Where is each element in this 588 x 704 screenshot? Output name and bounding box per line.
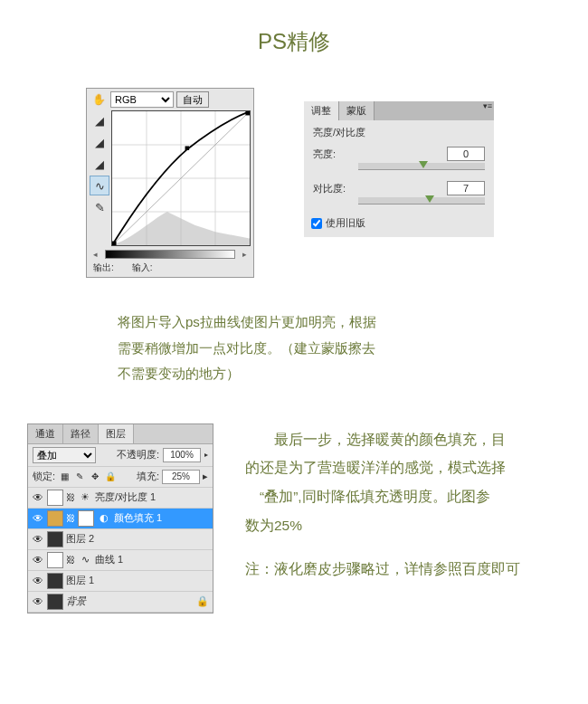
channel-select[interactable]: RGB (110, 91, 174, 108)
paragraph-1: 将图片导入ps拉曲线使图片更加明亮，根据 需要稍微增加一点对比度。（建立蒙版擦去… (0, 278, 398, 423)
pencil-tool-icon[interactable]: ✎ (90, 197, 109, 217)
brightness-slider[interactable] (358, 163, 485, 170)
lock-position-icon[interactable]: ✥ (89, 471, 101, 483)
eye-icon[interactable]: 👁 (32, 491, 44, 504)
hand-icon[interactable]: ✋ (90, 91, 108, 108)
panel-menu-icon[interactable]: ▾≡ (481, 101, 494, 120)
color-fill-thumb[interactable] (47, 510, 63, 527)
curves-panel: ✋ RGB 自动 ◢ ◢ ◢ ∿ ✎ (86, 88, 254, 278)
layer-row[interactable]: 👁 图层 1 (28, 571, 213, 592)
layer-name[interactable]: 亮度/对比度 1 (95, 490, 209, 504)
curves-tools: ◢ ◢ ◢ ∿ ✎ (90, 110, 109, 246)
row-panels-1: ✋ RGB 自动 ◢ ◢ ◢ ∿ ✎ (0, 88, 588, 278)
row-panels-2: 通道 路径 图层 叠加 不透明度: 100% ▸ 锁定: ▦ ✎ ✥ 🔒 填充:… (0, 423, 588, 614)
svg-rect-8 (245, 111, 250, 115)
contrast-label: 对比度: (313, 182, 358, 195)
contrast-slider[interactable] (358, 197, 485, 205)
tab-layers[interactable]: 图层 (99, 424, 134, 443)
eye-icon[interactable]: 👁 (32, 595, 44, 608)
brightness-value[interactable]: 0 (447, 147, 485, 161)
curves-adj-icon: ∿ (78, 553, 92, 567)
adjustment-icon: ◐ (97, 511, 111, 526)
brightness-adj-icon: ☀ (78, 490, 92, 505)
chevron-down-icon[interactable]: ▸ (203, 471, 208, 482)
layer-thumb[interactable] (47, 573, 63, 589)
layer-thumb[interactable] (47, 531, 63, 547)
eye-icon[interactable]: 👁 (32, 575, 44, 587)
lock-label: 锁定: (33, 470, 55, 483)
curves-graph[interactable] (111, 110, 251, 246)
page-title: PS精修 (0, 0, 588, 88)
auto-button[interactable]: 自动 (176, 91, 209, 108)
opacity-value[interactable]: 100% (163, 448, 201, 462)
mask-thumb[interactable] (47, 552, 63, 568)
eye-icon[interactable]: 👁 (32, 533, 44, 546)
tab-masks[interactable]: 蒙版 (339, 101, 375, 120)
output-label: 输出: (93, 262, 114, 274)
curve-tool-icon[interactable]: ∿ (90, 176, 109, 195)
lock-all-icon[interactable]: 🔒 (104, 471, 117, 483)
mask-thumb[interactable] (47, 490, 63, 506)
chevron-down-icon[interactable]: ▸ (204, 451, 208, 459)
bc-title: 亮度/对比度 (304, 120, 494, 143)
tab-channels[interactable]: 通道 (28, 424, 63, 443)
tab-paths[interactable]: 路径 (63, 424, 99, 443)
footnote: 注：液化磨皮步骤略过，详情参照百度即可 (245, 555, 564, 584)
blend-mode-select[interactable]: 叠加 (33, 447, 96, 463)
layer-name[interactable]: 曲线 1 (95, 553, 209, 566)
layer-row[interactable]: 👁 图层 2 (28, 529, 213, 550)
mask-thumb[interactable] (78, 510, 94, 527)
layer-name[interactable]: 背景 (66, 595, 194, 608)
legacy-label: 使用旧版 (326, 216, 365, 230)
link-icon[interactable]: ⛓ (66, 555, 75, 565)
fill-label: 填充: (137, 470, 159, 483)
layer-row[interactable]: 👁 ⛓ ☀ 亮度/对比度 1 (28, 488, 213, 509)
layer-name[interactable]: 图层 1 (66, 574, 209, 587)
layers-list: 👁 ⛓ ☀ 亮度/对比度 1 👁 ⛓ ◐ 颜色填充 1 👁 图层 2 👁 (28, 488, 213, 613)
brightness-contrast-panel: 调整 蒙版 ▾≡ 亮度/对比度 亮度: 0 对比度: 7 使用旧版 (304, 101, 494, 237)
fill-value[interactable]: 25% (162, 470, 200, 484)
layers-panel: 通道 路径 图层 叠加 不透明度: 100% ▸ 锁定: ▦ ✎ ✥ 🔒 填充:… (27, 423, 213, 614)
link-icon[interactable]: ⛓ (66, 492, 75, 502)
layer-row[interactable]: 👁 ⛓ ∿ 曲线 1 (28, 550, 213, 571)
legacy-checkbox[interactable] (311, 218, 322, 229)
layer-name[interactable]: 颜色填充 1 (114, 511, 209, 525)
eye-icon[interactable]: 👁 (32, 512, 44, 525)
layer-name[interactable]: 图层 2 (66, 532, 209, 546)
eyedropper-black-icon[interactable]: ◢ (90, 110, 109, 130)
eye-icon[interactable]: 👁 (32, 554, 44, 566)
layer-row[interactable]: 👁 背景 🔒 (28, 592, 213, 613)
svg-rect-9 (112, 242, 117, 245)
curves-ramp[interactable] (105, 250, 235, 259)
eyedropper-white-icon[interactable]: ◢ (90, 154, 109, 174)
link-icon[interactable]: ⛓ (66, 513, 75, 523)
opacity-label: 不透明度: (117, 448, 159, 461)
input-label: 输入: (132, 262, 153, 274)
layer-row[interactable]: 👁 ⛓ ◐ 颜色填充 1 (28, 509, 213, 529)
eyedropper-gray-icon[interactable]: ◢ (90, 132, 109, 152)
svg-rect-7 (185, 146, 190, 149)
paragraph-2: 最后一步，选择暖黄的颜色填充，目 的还是为了营造暖洋洋的感觉，模式选择 “叠加”… (245, 423, 570, 584)
lock-icon: 🔒 (196, 595, 209, 607)
contrast-value[interactable]: 7 (447, 181, 485, 195)
layer-thumb[interactable] (47, 594, 63, 610)
brightness-label: 亮度: (313, 147, 358, 161)
lock-transparent-icon[interactable]: ▦ (58, 471, 71, 483)
lock-pixels-icon[interactable]: ✎ (73, 471, 86, 483)
tab-adjustments[interactable]: 调整 (304, 101, 339, 120)
